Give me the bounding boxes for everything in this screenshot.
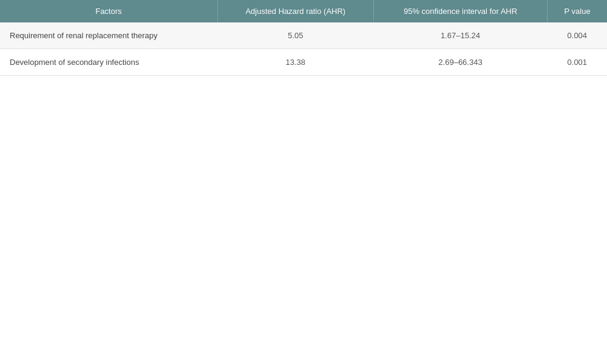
header-ahr: Adjusted Hazard ratio (AHR) bbox=[217, 0, 373, 22]
header-pvalue: P value bbox=[548, 0, 607, 22]
cell-factor: Development of secondary infections bbox=[0, 49, 217, 76]
cell-ahr: 5.05 bbox=[217, 22, 373, 49]
header-factors: Factors bbox=[0, 0, 217, 22]
cell-ahr: 13.38 bbox=[217, 49, 373, 76]
cell-ci: 2.69–66.343 bbox=[373, 49, 547, 76]
cell-ci: 1.67–15.24 bbox=[373, 22, 547, 49]
cell-factor: Requirement of renal replacement therapy bbox=[0, 22, 217, 49]
cell-pvalue: 0.001 bbox=[548, 49, 607, 76]
header-ci: 95% confidence interval for AHR bbox=[373, 0, 547, 22]
table-header-row: Factors Adjusted Hazard ratio (AHR) 95% … bbox=[0, 0, 607, 22]
table-row: Requirement of renal replacement therapy… bbox=[0, 22, 607, 49]
cell-pvalue: 0.004 bbox=[548, 22, 607, 49]
table-container: Factors Adjusted Hazard ratio (AHR) 95% … bbox=[0, 0, 607, 76]
table-row: Development of secondary infections13.38… bbox=[0, 49, 607, 76]
data-table: Factors Adjusted Hazard ratio (AHR) 95% … bbox=[0, 0, 607, 76]
